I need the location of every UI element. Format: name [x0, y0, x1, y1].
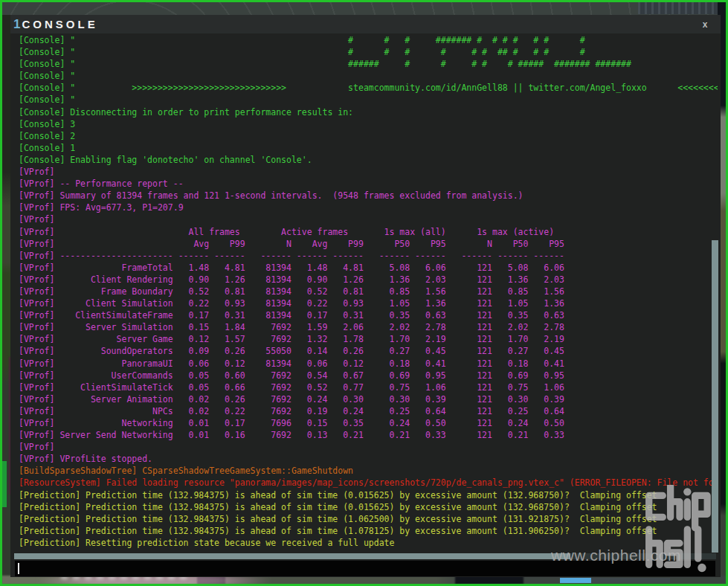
console-title: CONSOLE [22, 18, 97, 30]
console-line: [VProf] Client Rendering 0.90 1.26 81394… [19, 274, 718, 286]
console-line: [VProf] ClientSimulateFrame 0.17 0.31 81… [19, 309, 718, 321]
game-progress-fill [560, 578, 591, 583]
console-line: [VProf] VProfLite stopped. [19, 453, 718, 465]
console-line: [VProf] SoundOperators 0.09 0.26 55050 0… [19, 345, 718, 357]
game-left-green-detail [1, 461, 7, 507]
console-line: [VProf] PanoramaUI 0.06 0.12 81394 0.06 … [19, 358, 718, 370]
game-screen: 1 CONSOLE x [Console] " # # # ####### # … [0, 0, 728, 586]
console-line: [VProf] FPS: Avg=677.3, P1=207.9 [19, 202, 718, 213]
console-window: 1 CONSOLE x [Console] " # # # ####### # … [10, 15, 721, 577]
console-log[interactable]: [Console] " # # # ####### # # # # # # #[… [19, 34, 718, 564]
console-line: [VProf] Frame Boundary 0.52 0.81 81394 0… [19, 286, 718, 297]
console-line: [VProf] ---------------------- ------ --… [19, 250, 718, 262]
console-line: [VProf] Server Animation 0.02 0.26 7692 … [19, 393, 718, 405]
console-line: [VProf] Client Simulation 0.22 0.93 8139… [19, 297, 718, 309]
console-line: [Prediction] Prediction time (132.984375… [19, 501, 718, 513]
text-caret [18, 563, 19, 574]
console-line: [VProf] Server Game 0.12 1.57 7692 1.32 … [19, 333, 718, 345]
console-line: [Console] " >>>>>>>>>>>>>>>>>>>>>>>>>>>>… [19, 82, 718, 94]
chiphell-logo-icon [638, 485, 721, 579]
console-line: [Console] 2 [19, 130, 718, 142]
game-topo-map-strip [0, 0, 728, 16]
console-line: [VProf] NPCs 0.02 0.22 7692 0.19 0.24 0.… [19, 405, 718, 417]
console-titlebar[interactable]: 1 CONSOLE x [10, 15, 721, 33]
console-line: [ResourceSystem] Failed loading resource… [19, 477, 718, 489]
console-line: [VProf] -- Performance report -- [19, 178, 718, 190]
console-line: [VProf] [19, 441, 718, 453]
console-line: [VProf] All frames Active frames 1s max … [19, 226, 718, 238]
console-line: [Console] " [19, 70, 718, 82]
console-line: [Console] Enabling flag 'donotecho' on c… [19, 154, 718, 166]
console-title-number: 1 [13, 17, 20, 32]
console-line: [Console] 3 [19, 118, 718, 130]
console-line: [BuildSparseShadowTree] CSparseShadowTre… [19, 465, 718, 477]
horizontal-scrollbar[interactable] [14, 553, 570, 559]
close-icon[interactable]: x [698, 18, 712, 31]
console-line: [VProf] [19, 166, 718, 178]
console-line: [VProf] Server Simulation 0.15 1.84 7692… [19, 321, 718, 333]
console-line: [Prediction] Prediction time (132.984375… [19, 525, 718, 537]
console-line: [Prediction] Prediction time (132.984375… [19, 513, 718, 525]
console-line: [VProf] UserCommands 0.05 0.60 7692 0.54… [19, 370, 718, 381]
console-line: [VProf] Networking 0.01 0.17 7696 0.15 0… [19, 417, 718, 429]
console-line: [Console] 1 [19, 142, 718, 154]
console-line: [Console] " # # # ####### # # # # # # # [19, 34, 718, 46]
console-line: [VProf] Summary of 81394 frames and 121 … [19, 190, 718, 202]
console-line: [VProf] Avg P99 N Avg P99 P50 P95 N P50 … [19, 238, 718, 250]
console-line: [Prediction] Prediction time (132.984375… [19, 489, 718, 501]
console-line: [Console] " # # # # # # ## # # # # [19, 46, 718, 58]
console-line: [Console] " [19, 94, 718, 106]
console-line: [Console] Disconnecting in order to prin… [19, 106, 718, 118]
console-line: [VProf] FrameTotal 1.48 4.81 81394 1.48 … [19, 262, 718, 274]
console-line: [VProf] Server Send Networking 0.01 0.16… [19, 429, 718, 441]
console-line: [VProf] ClientSimulateTick 0.05 0.66 769… [19, 381, 718, 393]
game-background-pattern [638, 1, 721, 14]
console-line: [VProf] [19, 213, 718, 225]
console-line: [Console] " ###### # # # # # ##### #####… [19, 58, 718, 70]
